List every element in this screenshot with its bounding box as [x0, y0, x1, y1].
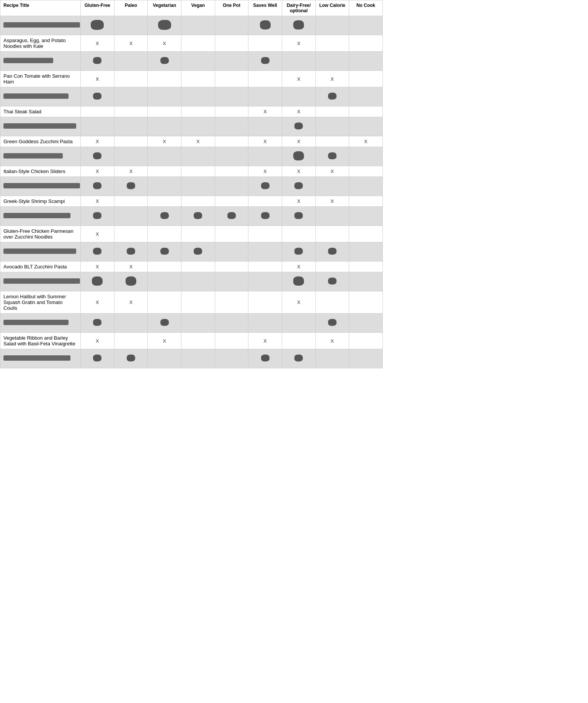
cell-row9-col2: [148, 166, 181, 177]
check-mark: X: [129, 264, 133, 270]
category-blob-sm-icon: [294, 123, 303, 129]
category-blob-sm-icon: [93, 248, 101, 255]
redacted-title: [0, 16, 81, 35]
check-mark: X: [297, 109, 301, 114]
icon-cell-row0-col1: [114, 16, 148, 35]
cell-row5-col1: [114, 106, 148, 117]
category-blob-sm-icon: [194, 212, 202, 219]
check-mark: X: [196, 139, 200, 144]
cell-row9-col3: [181, 166, 215, 177]
cell-row15-col8: [349, 262, 383, 272]
icon-cell-row10-col2: [148, 177, 181, 196]
icon-cell-row18-col3: [181, 314, 215, 333]
icon-cell-row2-col8: [349, 52, 383, 71]
cell-row19-col2: X: [148, 333, 181, 349]
icon-cell-row0-col5: [248, 16, 282, 35]
cell-row3-col8: [349, 71, 383, 87]
check-mark: X: [96, 139, 99, 144]
icon-cell-row6-col6: [282, 117, 315, 136]
cell-row11-col3: [181, 196, 215, 207]
icon-cell-row10-col5: [248, 177, 282, 196]
check-mark: X: [96, 198, 99, 204]
header-vegan: Vegan: [181, 0, 215, 16]
icon-cell-row6-col2: [148, 117, 181, 136]
cell-row11-col8: [349, 196, 383, 207]
icon-cell-row16-col3: [181, 272, 215, 291]
cell-row7-col6: X: [282, 136, 315, 147]
recipe-title: Green Goddess Zucchini Pasta: [0, 136, 81, 147]
category-blob-icon: [293, 276, 304, 286]
check-mark: X: [96, 231, 99, 237]
icon-cell-row20-col5: [248, 349, 282, 368]
icon-cell-row14-col2: [148, 242, 181, 262]
icon-cell-row8-col4: [215, 147, 248, 166]
icon-cell-row20-col2: [148, 349, 181, 368]
redacted-title: [0, 242, 81, 262]
icon-cell-row4-col8: [349, 87, 383, 106]
check-mark: X: [96, 41, 99, 46]
cell-row5-col7: [315, 106, 349, 117]
header-saves-well: Saves Well: [248, 0, 282, 16]
category-blob-sm-icon: [160, 319, 169, 326]
icon-cell-row6-col5: [248, 117, 282, 136]
cell-row13-col4: [215, 226, 248, 242]
icon-cell-row2-col2: [148, 52, 181, 71]
icon-cell-row18-col8: [349, 314, 383, 333]
check-mark: X: [297, 76, 301, 82]
cell-row15-col7: [315, 262, 349, 272]
cell-row15-col4: [215, 262, 248, 272]
cell-row1-col7: [315, 35, 349, 52]
cell-row19-col8: [349, 333, 383, 349]
recipe-title: Pan Con Tomate with Serrano Ham: [0, 71, 81, 87]
cell-row15-col6: X: [282, 262, 315, 272]
icon-cell-row16-col7: [315, 272, 349, 291]
icon-cell-row16-col5: [248, 272, 282, 291]
cell-row7-col8: X: [349, 136, 383, 147]
icon-cell-row6-col3: [181, 117, 215, 136]
icon-cell-row8-col8: [349, 147, 383, 166]
cell-row5-col0: [81, 106, 114, 117]
redacted-title: [0, 177, 81, 196]
redacted-bar: [3, 213, 70, 218]
check-mark: X: [331, 338, 334, 344]
recipe-title: Gluten-Free Chicken Parmesan over Zucchi…: [0, 226, 81, 242]
redacted-bar: [3, 320, 69, 325]
icon-cell-row20-col8: [349, 349, 383, 368]
cell-row17-col8: [349, 291, 383, 314]
check-mark: X: [263, 338, 267, 344]
icon-cell-row8-col0: [81, 147, 114, 166]
icon-cell-row8-col7: [315, 147, 349, 166]
check-mark: X: [263, 139, 267, 144]
icon-cell-row10-col4: [215, 177, 248, 196]
category-blob-sm-icon: [127, 355, 135, 361]
cell-row19-col6: [282, 333, 315, 349]
icon-cell-row0-col4: [215, 16, 248, 35]
cell-row19-col7: X: [315, 333, 349, 349]
icon-cell-row20-col6: [282, 349, 315, 368]
recipe-title: Thai Steak Salad: [0, 106, 81, 117]
icon-cell-row12-col1: [114, 207, 148, 226]
header-dairy-free: Dairy-Free/ optional: [282, 0, 315, 16]
check-mark: X: [297, 41, 301, 46]
icon-cell-row2-col7: [315, 52, 349, 71]
redacted-bar: [3, 93, 69, 99]
cell-row3-col2: [148, 71, 181, 87]
cell-row1-col1: X: [114, 35, 148, 52]
cell-row13-col6: [282, 226, 315, 242]
cell-row19-col0: X: [81, 333, 114, 349]
icon-cell-row18-col6: [282, 314, 315, 333]
category-blob-sm-icon: [93, 212, 101, 219]
category-blob-icon: [293, 151, 304, 160]
icon-cell-row18-col2: [148, 314, 181, 333]
category-blob-sm-icon: [93, 355, 101, 361]
cell-row15-col3: [181, 262, 215, 272]
check-mark: X: [163, 41, 166, 46]
cell-row3-col4: [215, 71, 248, 87]
recipe-title: Avocado BLT Zucchini Pasta: [0, 262, 81, 272]
category-blob-wide-icon: [91, 20, 104, 30]
category-blob-sm-icon: [261, 57, 270, 64]
icon-cell-row2-col1: [114, 52, 148, 71]
header-title: Recipe Title: [0, 0, 81, 16]
icon-cell-row8-col6: [282, 147, 315, 166]
cell-row5-col8: [349, 106, 383, 117]
